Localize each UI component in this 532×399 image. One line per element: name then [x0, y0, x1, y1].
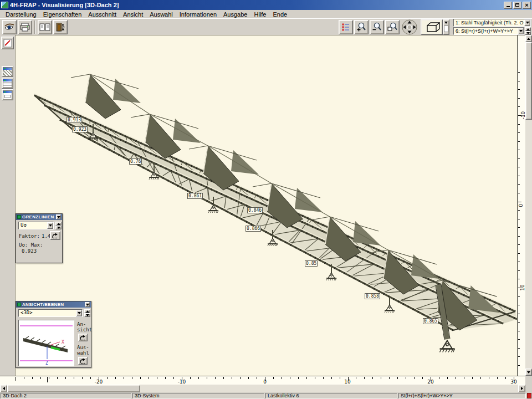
spin-down-button[interactable]	[55, 226, 62, 229]
option-list-icon	[341, 23, 351, 32]
status-combination: St(l+r)+S(l+r)+W>Y+>Y	[398, 393, 526, 398]
panel-icon	[17, 215, 21, 219]
menu-ende[interactable]: Ende	[269, 11, 290, 18]
zoom-in-icon	[356, 22, 366, 32]
panel-menu-button[interactable]	[56, 214, 61, 219]
grenzlinien-title: GRENZLINIEN	[22, 214, 55, 219]
result-type-combo[interactable]: 1: Stahl Tragfähigkeit (Th. 2. O	[453, 19, 531, 27]
ansicht-combo-arrow[interactable]	[76, 310, 82, 316]
grenzlinien-titlebar[interactable]: GRENZLINIEN	[16, 214, 62, 220]
loadcase-arrow[interactable]	[518, 28, 524, 34]
book-icon	[39, 23, 51, 32]
minimize-button[interactable]	[504, 2, 512, 9]
horizontal-scrollbar[interactable]	[0, 385, 525, 392]
axis-z-label: Z	[45, 361, 48, 366]
scroll-left-button[interactable]	[0, 385, 7, 392]
print-button[interactable]	[18, 20, 32, 34]
toggle-panel-values-button[interactable]	[2, 89, 13, 100]
spin-up-button[interactable]	[84, 309, 90, 313]
close-icon: ×	[525, 3, 528, 8]
select-apply-button[interactable]	[78, 357, 88, 365]
mini-window-hatch-icon	[3, 67, 12, 76]
drawing-canvas[interactable]: 0.913 0.923 0.76 0.861 0.846 0.866 0.85 …	[16, 35, 517, 376]
loadcase-spinner	[525, 27, 531, 35]
menu-eigenschaften[interactable]: Eigenschaften	[40, 11, 85, 18]
menubar: Darstellung Eigenschaften Ausschnitt Ans…	[0, 10, 532, 18]
loadcase-combo[interactable]: 6: St(l+r)+S(l+r)+W>Y+>Y	[453, 27, 524, 35]
ruler-corner	[525, 376, 532, 385]
view-3d-button[interactable]	[421, 19, 443, 35]
window-title: 4H-FRAP - Visualisierung [3D-Dach 2]	[10, 2, 504, 8]
result-type-value: 1: Stahl Tragfähigkeit (Th. 2. O	[454, 20, 524, 25]
vertical-ruler: -10 0 10	[517, 35, 525, 376]
view-apply-button[interactable]	[78, 334, 88, 341]
zoom-out-button[interactable]	[370, 20, 384, 34]
zoom-window-button[interactable]	[385, 20, 400, 34]
apply-button[interactable]	[50, 231, 60, 240]
ansicht-combo-value: <3D>	[19, 310, 76, 316]
spin-up-button[interactable]	[525, 27, 531, 31]
apply-arrow-icon	[52, 233, 59, 239]
grenzlinien-combo[interactable]: Uσ	[18, 222, 54, 229]
scroll-down-button[interactable]	[525, 369, 532, 376]
scroll-right-button[interactable]	[518, 385, 525, 392]
view-label-line2: sicht	[77, 327, 92, 332]
chevron-up-icon	[57, 223, 60, 225]
zoom-in-button[interactable]	[354, 20, 369, 34]
spin-down-button[interactable]	[525, 31, 531, 35]
ansicht-combo[interactable]: <3D>	[18, 309, 83, 317]
ansicht-titlebar[interactable]: ANSICHT/EBENEN	[16, 301, 91, 308]
chevron-down-icon	[526, 32, 530, 34]
left-tool-strip	[0, 35, 16, 376]
axis-x-label: X	[62, 340, 64, 345]
exit-button[interactable]	[53, 20, 68, 34]
menu-ansicht[interactable]: Ansicht	[120, 11, 146, 18]
chevron-right-icon	[521, 387, 523, 390]
menu-ausgabe[interactable]: Ausgabe	[220, 11, 250, 18]
horizontal-ruler: -20 -10 0 10 20 30	[0, 376, 525, 385]
menu-darstellung[interactable]: Darstellung	[2, 11, 40, 18]
help-book-button[interactable]	[38, 20, 52, 34]
panel-icon	[17, 303, 21, 306]
spin-down-button[interactable]	[84, 313, 90, 317]
vertical-scrollbar[interactable]	[525, 35, 532, 376]
view-dropdown-button[interactable]	[443, 19, 449, 35]
select-label-line2: wahl	[77, 350, 89, 356]
toolbar: 1: Stahl Tragfähigkeit (Th. 2. O 6: St(l…	[0, 18, 532, 35]
grenzlinien-combo-value: Uσ	[19, 222, 47, 229]
menu-hilfe[interactable]: Hilfe	[250, 11, 269, 18]
display-options-button[interactable]	[339, 20, 353, 34]
pencil-check-icon	[3, 39, 12, 48]
panel-menu-button[interactable]	[85, 302, 90, 307]
chevron-down-icon	[526, 22, 529, 24]
toggle-panel-mesh-button[interactable]	[2, 78, 13, 89]
menu-informationen[interactable]: Informationen	[176, 11, 220, 18]
result-type-arrow[interactable]	[524, 19, 530, 26]
ansicht-spinner	[84, 309, 90, 317]
vertical-scroll-thumb[interactable]	[525, 42, 532, 120]
pan-navigation-pad[interactable]	[402, 19, 417, 35]
utilization-label: 0.858	[365, 293, 380, 299]
maximize-button[interactable]	[513, 2, 521, 9]
toggle-panel-hatch-button[interactable]	[2, 66, 13, 77]
max-label: Uσ: Max:	[19, 242, 43, 248]
select-label-line1: Aus-	[77, 345, 89, 350]
scroll-up-button[interactable]	[525, 35, 532, 42]
chevron-left-icon	[3, 387, 5, 390]
chevron-down-icon	[519, 30, 523, 32]
spin-up-button[interactable]	[55, 222, 62, 226]
mini-window-values-icon	[3, 90, 12, 99]
edit-mode-button[interactable]	[1, 37, 14, 49]
window-controls: ×	[504, 2, 531, 9]
utilization-label: 0.866	[245, 226, 261, 232]
menu-auswahl[interactable]: Auswahl	[146, 11, 176, 18]
grenzlinien-combo-arrow[interactable]	[47, 222, 53, 229]
view-preview[interactable]: X Z	[18, 320, 74, 366]
eye-icon	[4, 23, 15, 32]
zoom-out-icon	[372, 22, 382, 32]
menu-ausschnitt[interactable]: Ausschnitt	[85, 11, 120, 18]
view-button[interactable]	[2, 20, 17, 34]
close-button[interactable]: ×	[523, 2, 531, 9]
nav-arrows-icon	[402, 19, 417, 35]
horizontal-scroll-thumb[interactable]	[7, 385, 140, 392]
